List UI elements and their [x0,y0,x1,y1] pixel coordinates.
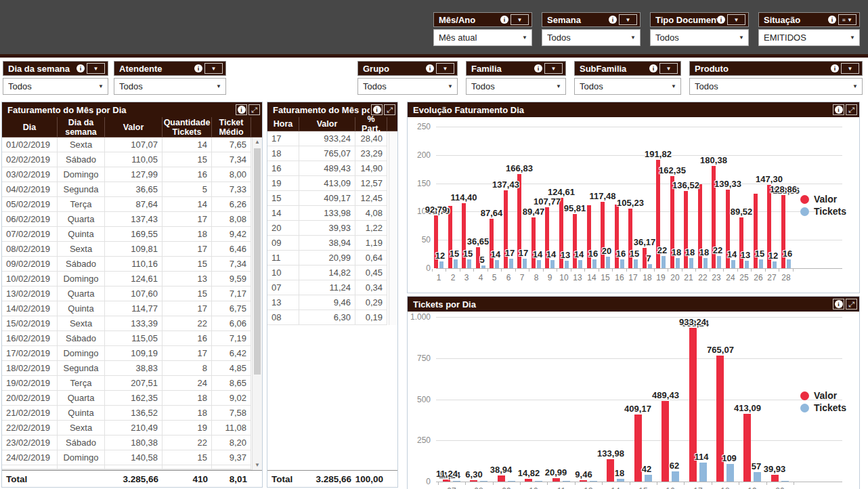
info-icon[interactable]: i [500,16,508,24]
table-cell: 15 [162,257,212,272]
bar-tickets-label: 14 [491,249,500,259]
scrollbar-gutter[interactable] [389,131,397,325]
filter-produto-menu-button[interactable]: ▼ [841,63,859,74]
table-cell: 10/02/2019 [2,272,58,286]
filter-atendente-menu-button[interactable]: ▼ [204,63,223,74]
x-axis-tick [547,482,548,485]
info-icon[interactable]: i [649,64,657,72]
filter-subfamilia: SubFamiliai▼Todos▼ [574,61,681,96]
info-icon[interactable]: i [236,104,247,115]
legend-valor: Valor [800,389,846,402]
filter-grupo-menu-button[interactable]: ▼ [436,63,454,74]
x-axis-tick [765,269,766,272]
table-cell: 0,29 [355,295,387,310]
expand-icon[interactable]: ⤢ [248,104,260,115]
legend-label: Tickets [814,206,846,217]
table-cell: 7,34 [212,152,251,167]
tickets-bar [759,259,763,268]
x-axis-tick [695,269,696,272]
expand-icon[interactable]: ⤢ [846,104,857,115]
total-cell: Total [2,471,58,487]
bar-tickets-label: 22 [657,245,667,255]
table-cell: 17 [267,131,299,146]
expand-icon[interactable]: ⤢ [384,104,395,115]
dropdown-arrow-icon: ▼ [850,35,855,41]
bar-value-label: 20,99 [545,467,567,477]
bar-tickets-label: 15 [463,249,473,259]
filter-tipo-documento-menu-button[interactable]: ▼ [727,14,745,25]
filter-familia-menu-button[interactable]: ▼ [544,63,563,74]
legend-dot-tickets [800,207,809,216]
filter-familia-label: Familia [471,64,534,74]
filter-mes-ano-select[interactable]: Mês atual▼ [433,29,532,46]
bar-tickets-label: 7 [646,253,651,263]
bar-value-label: 95,81 [564,203,586,213]
table-cell: 23,29 [355,146,387,161]
info-icon[interactable]: i [609,16,617,24]
bar-value-label: 36,65 [467,236,490,247]
table-cell: 124,61 [105,272,162,286]
dropdown-arrow-icon: ▼ [98,83,104,89]
top-filter-group: Mês/Anoi▼Mês atual▼Semanai▼Todos▼Tipo Do… [433,12,860,46]
filter-subfamilia-menu-button[interactable]: ▼ [659,63,678,74]
info-icon[interactable]: i [371,104,383,115]
table-cell: 115,05 [105,331,162,346]
filter-mes-ano-menu-button[interactable]: ▼ [511,14,529,25]
scroll-down-arrow[interactable]: ▼ [253,461,262,470]
filter-grupo-select[interactable]: Todos▼ [357,78,458,95]
bar-value-label: 89,52 [731,207,753,217]
x-axis-tick [493,482,494,485]
tickets-bar [535,481,542,482]
filter-produto-select[interactable]: Todos▼ [689,78,863,95]
table-scrollbar[interactable]: ▲▼ [252,137,262,470]
table-row: 086,300,19 [267,310,397,325]
filter-tipo-documento-select[interactable]: Todos▼ [650,29,749,46]
filter-subfamilia-select[interactable]: Todos▼ [574,78,681,95]
filter-situacao-select[interactable]: EMITIDOS▼ [758,29,860,46]
info-icon[interactable]: i [534,64,542,72]
filter-grupo-header: Grupoi▼ [357,61,458,76]
y-axis-label: 0 [408,477,431,486]
filter-atendente-select[interactable]: Todos▼ [114,78,226,95]
table-row: 13/02/2019Quarta107,60157,17 [2,286,262,301]
panel-title: Faturamento do Mês por Dia [7,105,234,115]
table-row: 21/02/2019Quinta136,52187,58 [2,406,262,421]
filter-dia-da-semana-select[interactable]: Todos▼ [3,78,108,95]
table-cell: 169,55 [105,227,162,242]
x-axis-label: 28 [776,273,796,282]
table-cell: Sábado [58,257,105,272]
bar-tickets-label: 15 [755,249,764,259]
info-icon[interactable]: i [833,299,844,310]
info-icon[interactable]: i [828,16,836,24]
info-icon[interactable]: i [194,64,202,72]
bar-value-label: 413,09 [734,403,761,413]
filter-dia-da-semana-menu-button[interactable]: ▼ [87,63,105,74]
scrollbar-thumb[interactable] [254,148,261,375]
info-icon[interactable]: i [77,64,85,72]
filter-familia-select[interactable]: Todos▼ [466,78,566,95]
total-cell: 3.285,66 [105,471,162,487]
panel-title: Tickets por Dia [413,299,831,310]
table-cell: 24 [162,376,212,391]
column-header: Valor [105,117,162,137]
x-axis-label: 18 [715,486,735,489]
tickets-bar [606,257,610,268]
table-row: 24/02/2019Domingo140,58159,37 [2,450,262,465]
filter-semana-select[interactable]: Todos▼ [542,29,641,46]
info-icon[interactable]: i [831,64,839,72]
info-icon[interactable]: i [426,64,434,72]
x-axis-tick [710,269,710,272]
table-row: 18/02/2019Segunda38,8384,85 [2,361,262,376]
valor-bar [739,217,743,268]
tickets-bar [537,260,541,268]
table-cell: 6,75 [212,301,251,316]
scroll-up-arrow[interactable]: ▲ [253,137,262,147]
x-axis-tick [465,482,466,485]
filter-semana-menu-button[interactable]: ▼ [619,14,637,25]
info-icon[interactable]: i [833,104,844,115]
table-cell: Quarta [58,286,105,301]
expand-icon[interactable]: ⤢ [846,299,857,310]
info-icon[interactable]: i [717,16,725,24]
x-axis-tick [794,482,794,485]
filter-situacao-menu-button[interactable]: = ▼ [838,14,856,25]
